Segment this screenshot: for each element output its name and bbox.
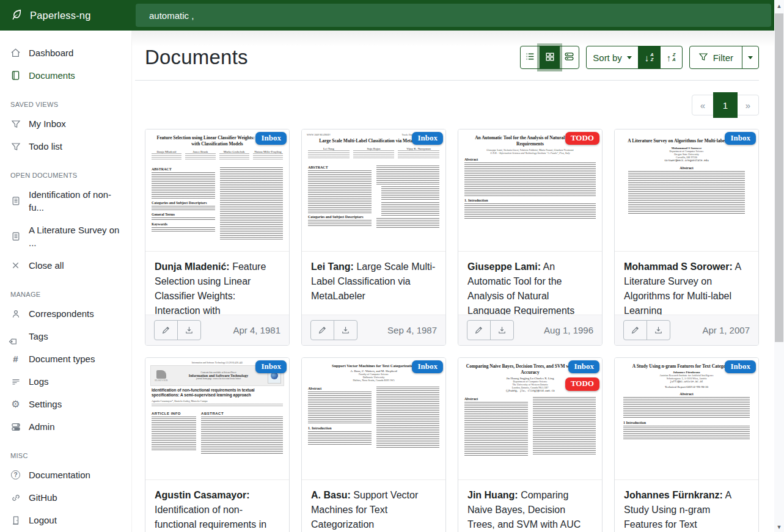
- sidebar-item-label: Settings: [29, 398, 62, 410]
- sidebar-section-manage: MANAGE Correspondents Tags # Document ty…: [0, 291, 131, 438]
- card-footer: Sep 4, 1987: [302, 315, 445, 345]
- document-card: Comparing Naive Bayes, Decision Trees, a…: [458, 357, 603, 532]
- sidebar-item-correspondents[interactable]: Correspondents: [0, 302, 131, 325]
- thumb-section: Abstract: [464, 158, 596, 161]
- document-title-link[interactable]: Mohammad S Sorower: A Literature Survey …: [615, 252, 758, 315]
- sidebar-item-dashboard[interactable]: Dashboard: [0, 42, 131, 64]
- download-document-button[interactable]: [334, 320, 357, 340]
- tag-badge-inbox[interactable]: Inbox: [412, 360, 443, 373]
- document-card: A Literature Survey on Algorithms for Mu…: [614, 129, 759, 346]
- tag-badge-inbox[interactable]: Inbox: [255, 132, 287, 145]
- file-text-icon: [10, 231, 21, 242]
- download-icon: [497, 326, 507, 335]
- document-title-link[interactable]: Johannes Fürnkranz: A Study Using n-gram…: [615, 480, 758, 532]
- edit-document-button[interactable]: [467, 320, 491, 340]
- sidebar-item-label: GitHub: [29, 491, 57, 504]
- sidebar-item-logs[interactable]: Logs: [0, 370, 131, 393]
- sidebar-item-label: Logout: [29, 514, 57, 527]
- filter-group: Filter: [689, 46, 759, 69]
- sidebar-item-open-doc-2[interactable]: A Literature Survey on ...: [0, 219, 131, 254]
- document-thumbnail[interactable]: Information and Software Technology 52 (…: [145, 358, 289, 480]
- thumb-publisher: ELSEVIER: [153, 379, 169, 382]
- scroll-up-arrow[interactable]: ▲: [774, 1, 784, 11]
- tag-badge-inbox[interactable]: Inbox: [725, 132, 756, 145]
- sort-ascending-button[interactable]: ↓AZ: [638, 46, 661, 69]
- sidebar-item-documents[interactable]: Documents: [0, 64, 131, 87]
- sort-by-label: Sort by: [593, 53, 622, 63]
- sidebar-item-tags[interactable]: Tags: [0, 325, 131, 348]
- document-card: Feature Selection using Linear Classifie…: [145, 129, 290, 346]
- thumb-section: Categories and Subject Descriptors: [152, 201, 215, 205]
- section-title: OPEN DOCUMENTS: [10, 172, 131, 179]
- document-title-link[interactable]: A. Basu: Support Vector Machines for Tex…: [302, 480, 445, 532]
- document-title-link[interactable]: Jin Huang: Comparing Naive Bayes, Decisi…: [458, 480, 602, 532]
- sidebar-item-settings[interactable]: ⚙ Settings: [0, 393, 131, 415]
- scrollbar-thumb[interactable]: [775, 13, 783, 342]
- pagination-next-button[interactable]: »: [737, 95, 759, 115]
- section-title: SAVED VIEWS: [10, 101, 131, 108]
- edit-document-button[interactable]: [623, 320, 647, 340]
- document-title-link[interactable]: Dunja Mladenić: Feature Selection using …: [145, 252, 289, 315]
- door-icon: [10, 515, 21, 525]
- search-input[interactable]: [136, 4, 771, 27]
- tag-badge-todo[interactable]: TODO: [565, 377, 599, 390]
- list-view-button[interactable]: [520, 46, 540, 69]
- file-text-icon: [10, 196, 21, 206]
- document-card: Support Vector Machines for Text Categor…: [301, 357, 446, 532]
- thumb-section: ABSTRACT: [308, 166, 372, 169]
- brand-link[interactable]: Paperless-ng: [0, 0, 132, 31]
- grid-view-icon: [545, 52, 555, 64]
- sidebar-item-my-inbox[interactable]: My Inbox: [0, 112, 131, 135]
- sidebar-item-label: My Inbox: [29, 117, 66, 130]
- document-thumbnail[interactable]: Comparing Naive Bayes, Decision Trees, a…: [458, 358, 602, 480]
- top-bar: Paperless-ng: [0, 0, 774, 31]
- download-document-button[interactable]: [647, 320, 670, 340]
- pagination-page-1[interactable]: 1: [713, 92, 738, 118]
- tag-badge-inbox[interactable]: Inbox: [412, 132, 443, 145]
- tag-badge-inbox[interactable]: Inbox: [568, 360, 599, 373]
- document-thumbnail[interactable]: A Study Using n-gram Features for Text C…: [615, 358, 758, 480]
- sidebar-item-label: Close all: [29, 259, 64, 272]
- sidebar-item-document-types[interactable]: # Document types: [0, 348, 131, 370]
- sidebar-item-admin[interactable]: Admin: [0, 415, 131, 438]
- thumb-authors-line: Agustín Casamayor*, Daniela Godoy, Marce…: [145, 399, 289, 403]
- document-thumbnail[interactable]: An Automatic Tool for the Analysis of Na…: [458, 129, 602, 252]
- document-thumbnail[interactable]: A Literature Survey on Algorithms for Mu…: [615, 129, 758, 252]
- close-icon: [10, 260, 21, 271]
- sort-by-button[interactable]: Sort by: [586, 46, 639, 69]
- sidebar-item-label: Todo list: [29, 140, 62, 153]
- document-title-link[interactable]: Lei Tang: Large Scale Multi-Label Classi…: [302, 252, 445, 315]
- tag-badge-inbox[interactable]: Inbox: [255, 360, 287, 373]
- edit-document-button[interactable]: [310, 320, 334, 340]
- sort-descending-button[interactable]: ↑ZA: [660, 46, 683, 69]
- download-document-button[interactable]: [177, 320, 201, 340]
- filter-label: Filter: [713, 53, 733, 63]
- tag-badge-todo[interactable]: TODO: [565, 132, 599, 145]
- sidebar-item-open-doc-1[interactable]: Identification of non-fu...: [0, 183, 131, 219]
- question-circle-icon: ?: [10, 470, 21, 480]
- detail-view-button[interactable]: [559, 46, 579, 69]
- document-thumbnail[interactable]: Feature Selection using Linear Classifie…: [145, 129, 289, 252]
- grid-view-button[interactable]: [540, 46, 560, 69]
- sidebar-item-github[interactable]: GitHub: [0, 486, 131, 509]
- pagination-prev-button[interactable]: «: [692, 95, 714, 115]
- document-title-link[interactable]: Giuseppe Lami: An Automatic Tool for the…: [458, 252, 602, 315]
- document-thumbnail[interactable]: WWW 2009 MADRID! Track: Data Mining / Se…: [302, 129, 445, 252]
- section-title: MANAGE: [10, 291, 131, 298]
- toggles-icon: [10, 421, 21, 432]
- tag-badge-inbox[interactable]: Inbox: [725, 360, 756, 373]
- document-thumbnail[interactable]: Support Vector Machines for Text Categor…: [302, 358, 445, 480]
- sidebar-item-todo-list[interactable]: Todo list: [0, 135, 131, 158]
- document-title-link[interactable]: Agustin Casamayor: Identification of non…: [145, 480, 289, 532]
- filter-caret-button[interactable]: [742, 46, 759, 69]
- document-date: Sep 4, 1987: [387, 325, 437, 335]
- edit-document-button[interactable]: [154, 320, 178, 340]
- sidebar-item-close-all[interactable]: Close all: [0, 254, 131, 277]
- scroll-down-arrow[interactable]: ▼: [774, 522, 784, 532]
- card-footer: Aug 1, 1996: [458, 315, 602, 345]
- download-document-button[interactable]: [490, 320, 514, 340]
- home-icon: [10, 48, 21, 58]
- sidebar-item-logout[interactable]: Logout: [0, 509, 131, 531]
- sidebar-item-documentation[interactable]: ? Documentation: [0, 464, 131, 486]
- filter-button[interactable]: Filter: [689, 46, 742, 69]
